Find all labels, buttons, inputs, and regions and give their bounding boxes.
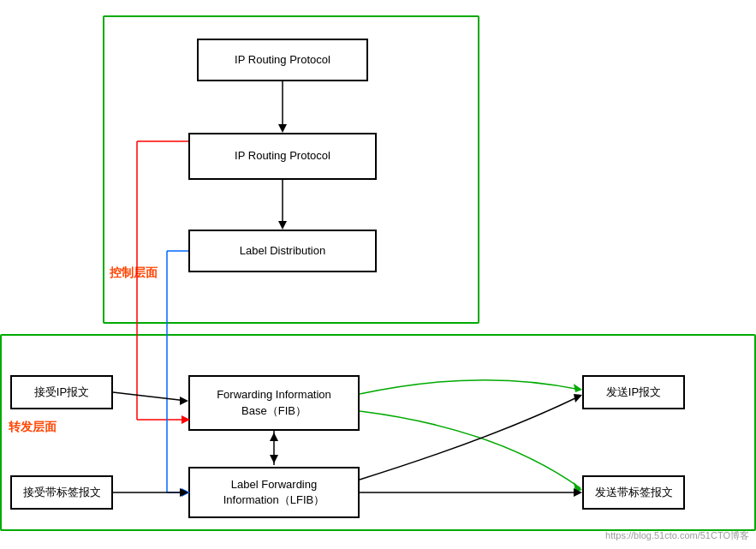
recv-ip-box: 接受IP报文 [10,375,113,409]
ip-routing-box-1: IP Routing Protocol [197,39,368,81]
lfib-box: Label Forwarding Information（LFIB） [188,467,360,518]
ip-routing-box-2: IP Routing Protocol [188,133,377,180]
send-ip-box: 发送IP报文 [582,375,685,409]
recv-label-box: 接受带标签报文 [10,475,113,510]
control-plane-label: 控制层面 [110,266,158,281]
fib-box: Forwarding Information Base（FIB） [188,375,360,431]
forward-plane-label: 转发层面 [9,420,57,435]
label-distribution-box: Label Distribution [188,230,377,272]
diagram-container: IP Routing Protocol IP Routing Protocol … [0,0,756,549]
send-label-box: 发送带标签报文 [582,475,685,510]
watermark: https://blog.51cto.com/51CTO博客 [605,529,749,542]
